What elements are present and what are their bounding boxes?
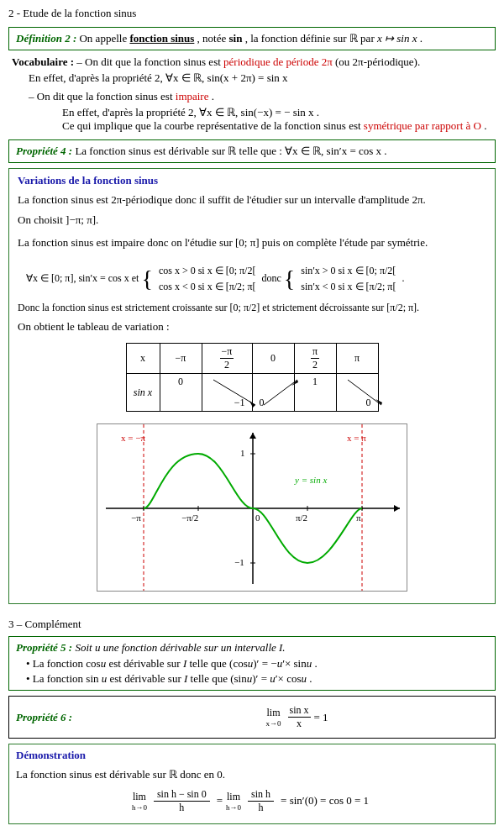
demo-lim2-sub: h→0 [226,803,241,812]
real-symbol: ℝ [349,32,358,45]
demo-lim1-sub: h→0 [132,803,147,812]
prop6-frac: sin x x [288,704,311,730]
tableau-label: On obtient le tableau de variation : [18,318,486,335]
svg-text:0: 0 [255,513,260,523]
brace-left2: { [284,266,295,292]
demo-limit-formula: lim h→0 sin h − sin 0 h = lim h→0 sin h … [16,788,488,814]
var-text1: La fonction sinus est 2π-périodique donc… [18,192,486,208]
svg-line-0 [213,380,255,405]
prop4-box: Propriété 4 : La fonction sinus est déri… [8,139,496,163]
vocab-line1c: En effet, d'après la propriété 2, ∀x ∈ ℝ… [29,71,288,84]
graph-container: −π −π/2 0 π/2 π 1 −1 [97,423,407,592]
demo-lim2: lim h→0 [226,791,241,812]
brace-line2: cos x < 0 si x ∈ [π/2; π[ [159,279,256,295]
vocab-indent1: En effet, d'après la propriété 2, ∀x ∈ ℝ… [29,71,496,85]
svg-marker-3 [291,380,298,386]
variations-section: Variations de la fonction sinus La fonct… [8,168,496,604]
derivative-system: ∀x ∈ [0; π], sin′x = cos x et { cos x > … [26,263,486,295]
svg-text:−π/2: −π/2 [181,513,198,523]
prop5-header: Propriété 5 : Soit u une fonction dériva… [16,641,488,655]
vocab-line2c: En effet, d'après la propriété 2, ∀x ∈ ℝ… [62,106,319,118]
prop5-bullet2: • La fonction sin u est dérivable sur I … [26,672,488,686]
def-text2: , notée [197,32,229,45]
vocab-line2d: Ce qui implique que la courbe représenta… [62,119,364,132]
variation-table-container: x −π −π 2 0 π 2 π sin x [18,338,486,417]
prop5-box: Propriété 5 : Soit u une fonction dériva… [8,636,496,691]
var-text3: La fonction sinus est impaire donc on l'… [18,234,486,251]
def-text3: , la fonction définie sur [245,32,349,45]
vocabulary-section: Vocabulaire : – On dit que la fonction s… [8,55,496,133]
svg-text:−1: −1 [234,557,244,567]
dot-text: . [402,271,404,283]
demo-frac2-den: h [255,802,267,814]
table-zero: 0 [252,344,294,374]
vocab-line2: – On dit que la fonction sinus est impai… [12,90,496,103]
svg-text:π: π [356,513,361,523]
def-text4: par [360,32,377,45]
prop4-label: Propriété 4 : [16,145,72,157]
vocab-label: Vocabulaire : [12,55,74,68]
variations-title: Variations de la fonction sinus [18,174,486,187]
variation-table: x −π −π 2 0 π 2 π sin x [126,343,379,412]
donc-text: donc [261,271,283,283]
definition-box: Définition 2 : On appelle fonction sinus… [8,27,496,50]
def-period: . [420,32,423,45]
demo-frac1-num: sin h − sin 0 [154,788,210,802]
demo-frac2: sin h h [248,788,274,814]
prop6-limit-block: lim x→0 sin x x = 1 [266,704,328,730]
forall-notation: ∀x ∈ [0; π], sin′x = cos x et [26,271,141,283]
demo-frac2-num: sin h [248,788,274,802]
svg-text:−π: −π [131,513,141,523]
brace-left: { [141,266,152,292]
var-text2: On choisit ]−π; π]. [18,212,486,229]
svg-text:x = −π: x = −π [121,433,145,443]
demo-text: La fonction sinus est dérivable sur ℝ do… [16,766,488,783]
demo-lim1: lim h→0 [132,791,147,812]
svg-line-4 [348,380,381,405]
prop6-box: Propriété 6 : lim x→0 sin x x = 1 [8,696,496,739]
vocab-indent-dash2: – On dit que la fonction sinus est [29,90,176,103]
prop4-text: La fonction sinus est dérivable sur ℝ te… [75,145,386,157]
val-pi: 0 [336,374,378,412]
brace-content2: sin′x > 0 si x ∈ [0; π/2[ sin′x < 0 si x… [301,263,396,295]
brace-content: cos x > 0 si x ∈ [0; π/2[ cos x < 0 si x… [159,263,256,295]
svg-text:1: 1 [240,448,245,458]
impaire-text: impaire [176,90,209,103]
vocab-line2e: . [484,119,486,132]
prop6-den: x [295,718,303,730]
prop6-header: Propriété 6 : lim x→0 sin x x = 1 [16,701,488,734]
table-neg-pi: −π [160,344,202,374]
demo-lim1-word: lim [133,791,146,803]
svg-marker-5 [375,399,382,405]
vocab-indent2: En effet, d'après la propriété 2, ∀x ∈ ℝ… [62,106,496,119]
svg-text:π/2: π/2 [296,513,307,523]
brace2-line1: sin′x > 0 si x ∈ [0; π/2[ [301,263,396,279]
definition-text: On appelle [79,32,129,45]
prop6-num: sin x [288,704,311,718]
prop6-label: Propriété 6 : [16,711,72,724]
demo-eq1: = [217,794,223,807]
periodique-text: périodique de période 2π [223,55,333,68]
demo-title: Démonstration [16,749,488,762]
fonction-sinus-text: fonction sinus [129,32,194,45]
demo-frac1-den: h [176,802,187,814]
def-formula: x ↦ sin x [377,32,417,45]
demo-frac1: sin h − sin 0 h [154,788,210,814]
complement-title: 3 – Complément [8,618,496,631]
page-title: 2 - Etude de la fonction sinus [8,7,496,20]
val-neg-pi2: −1 [202,374,252,412]
prop6-lim-word: lim [267,707,281,719]
croissante-text: Donc la fonction sinus est strictement c… [18,300,486,315]
vocab-line2b: . [212,90,214,103]
vocab-indent3: Ce qui implique que la courbe représenta… [62,119,496,133]
prop5-text: Soit u une fonction dérivable sur un int… [75,641,285,654]
prop5-bullet1: • La fonction cosu est dérivable sur I t… [26,657,488,671]
symetrique-text: symétrique par rapport à O [364,119,481,132]
graph-svg: −π −π/2 0 π/2 π 1 −1 [97,424,407,592]
table-x-label: x [126,344,160,374]
prop6-lim-sub: x→0 [266,719,281,728]
val-neg-pi: 0 [160,374,202,412]
prop5-label: Propriété 5 : [16,641,72,654]
brace2-line2: sin′x < 0 si x ∈ [π/2; π[ [301,279,396,295]
brace-line1: cos x > 0 si x ∈ [0; π/2[ [159,263,256,279]
